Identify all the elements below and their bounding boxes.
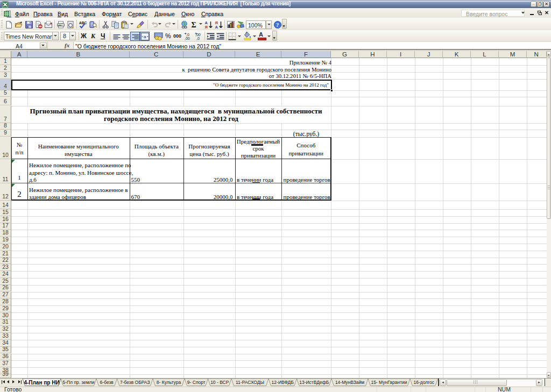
svg-text:Σ: Σ [192,21,196,29]
svg-text:,0: ,0 [196,37,200,40]
svg-text:ABC: ABC [79,21,87,25]
svg-text:a: a [144,34,146,39]
svg-text:А: А [215,25,218,29]
svg-text:,00: ,00 [185,37,190,40]
svg-text:?: ? [276,22,279,28]
svg-text:Я: Я [205,25,208,29]
svg-text:,0: ,0 [186,33,189,37]
